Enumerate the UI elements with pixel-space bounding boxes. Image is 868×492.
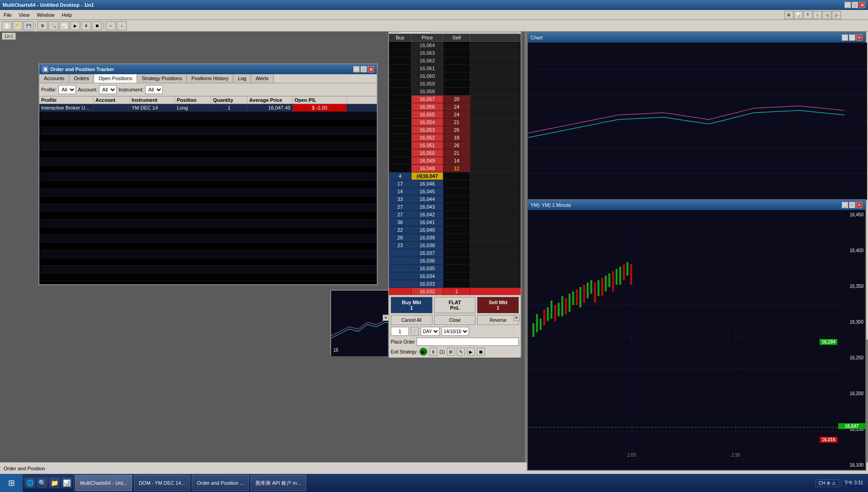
dom-row[interactable]: 16,035 bbox=[389, 265, 521, 272]
order-type-select[interactable]: DAY bbox=[421, 327, 440, 336]
exit-stop-btn[interactable]: ⏹ bbox=[477, 348, 485, 356]
toolbar-icon-2[interactable]: 📊 bbox=[794, 11, 803, 19]
tab-accounts[interactable]: Accounts bbox=[39, 74, 69, 83]
tb-btn-8[interactable]: ↕ bbox=[117, 21, 127, 30]
dom-row[interactable]: 16,034 bbox=[389, 272, 521, 280]
exit-play-btn[interactable]: ▶ bbox=[419, 348, 427, 356]
dom-row[interactable]: 16,064 bbox=[389, 42, 521, 49]
tab-strategy-positions[interactable]: Strategy Positions bbox=[137, 74, 187, 83]
tb-btn-5[interactable]: ⏸ bbox=[81, 21, 91, 30]
buy-mkt-btn[interactable]: Buy Mkt 1 bbox=[391, 297, 432, 313]
dom-row[interactable]: 16,061 bbox=[389, 65, 521, 72]
open-btn[interactable]: 📂 bbox=[13, 21, 23, 30]
toolbar-icon-6[interactable]: ▷ bbox=[832, 11, 841, 19]
cancel-all-btn[interactable]: Cancel All bbox=[391, 315, 432, 325]
dom-row[interactable]: 2716,042 bbox=[389, 211, 521, 219]
dom-row[interactable]: 16,05126 bbox=[389, 142, 521, 149]
reverse-btn[interactable]: Reverse bbox=[477, 315, 519, 325]
tb-btn-2[interactable]: 🔍 bbox=[48, 21, 58, 30]
tb-btn-7[interactable]: ↔ bbox=[106, 21, 116, 30]
tray-icon-1[interactable]: CH ⚙ ⚠ bbox=[816, 479, 839, 487]
dom-row[interactable]: 16,058 bbox=[389, 88, 521, 96]
tb-btn-1[interactable]: ⚙ bbox=[38, 21, 47, 30]
uc-close[interactable]: ✕ bbox=[856, 34, 863, 41]
dom-row[interactable]: 16,036 bbox=[389, 257, 521, 265]
dom-row[interactable]: 16,05326 bbox=[389, 126, 521, 134]
tb-btn-4[interactable]: ▶ bbox=[70, 21, 80, 30]
menu-view[interactable]: View bbox=[15, 10, 33, 19]
chart-close[interactable]: ✕ bbox=[856, 202, 863, 208]
close-btn[interactable]: ✕ bbox=[859, 2, 865, 8]
dom-row[interactable]: 3616,041 bbox=[389, 219, 521, 226]
toolbar-icon-3[interactable]: T bbox=[803, 11, 812, 19]
tab-alerts[interactable]: Alerts bbox=[251, 74, 273, 83]
uc-maximize[interactable]: □ bbox=[849, 34, 855, 41]
dom-row[interactable]: 16,05524 bbox=[389, 111, 521, 119]
dom-row[interactable]: 2816,039 bbox=[389, 234, 521, 242]
ql-icon-4[interactable]: 📊 bbox=[61, 478, 72, 488]
tab-positions-history[interactable]: Positions History bbox=[187, 74, 233, 83]
maximize-btn[interactable]: □ bbox=[852, 2, 858, 8]
dom-close-btn[interactable]: Close bbox=[434, 315, 476, 325]
start-button[interactable]: ⊞ bbox=[0, 474, 23, 492]
profile-select[interactable]: All bbox=[58, 85, 76, 94]
table-row[interactable]: Interactive Broker U... YM DEC 14 Long 1… bbox=[39, 104, 377, 112]
chart-minimize[interactable]: _ bbox=[842, 202, 848, 208]
minimize-btn[interactable]: _ bbox=[844, 2, 851, 8]
dom-row[interactable]: 16,04812 bbox=[389, 165, 521, 172]
taskbar-item-api[interactable]: 图库测 API 账户 m... bbox=[251, 475, 306, 491]
menu-help[interactable]: Help bbox=[58, 10, 76, 19]
oap-close[interactable]: ✕ bbox=[368, 66, 374, 72]
menu-file[interactable]: File bbox=[0, 10, 15, 19]
account-select[interactable]: All bbox=[99, 85, 117, 94]
dom-row-red[interactable]: 16,032 1 bbox=[389, 288, 521, 295]
uc-minimize[interactable]: _ bbox=[842, 34, 848, 41]
dom-row[interactable]: 16,04914 bbox=[389, 157, 521, 165]
tb-btn-6[interactable]: ⏹ bbox=[92, 21, 102, 30]
dom-row[interactable]: 2216,040 bbox=[389, 226, 521, 234]
dom-row[interactable]: 16,060 bbox=[389, 72, 521, 80]
toolbar-icon-5[interactable]: ◁ bbox=[822, 11, 831, 19]
toolbar-icon-1[interactable]: ⊞ bbox=[784, 11, 793, 19]
dom-row[interactable]: 16,037 bbox=[389, 249, 521, 257]
menu-window[interactable]: Window bbox=[33, 10, 58, 19]
exit-play2-btn[interactable]: ▶ bbox=[467, 348, 475, 356]
tb-btn-3[interactable]: 📈 bbox=[59, 21, 69, 30]
taskbar-item-oap[interactable]: Order and Position ... bbox=[192, 475, 249, 491]
dom-row[interactable]: 1716,046 bbox=[389, 180, 521, 188]
dom-row[interactable]: 16,05624 bbox=[389, 103, 521, 111]
dom-row[interactable]: 16,05421 bbox=[389, 119, 521, 126]
oap-minimize[interactable]: _ bbox=[353, 66, 360, 72]
sell-mkt-btn[interactable]: Sell Mkt 1 bbox=[477, 297, 519, 313]
taskbar-item-multichart[interactable]: MultiCharts64 - Unt... bbox=[75, 475, 132, 491]
place-order-input[interactable] bbox=[417, 338, 519, 346]
dom-left-close[interactable]: ✕ bbox=[383, 315, 389, 321]
tab-log[interactable]: Log bbox=[233, 74, 251, 83]
tab-open-positions[interactable]: Open Positions bbox=[94, 74, 138, 83]
save-btn[interactable]: 💾 bbox=[24, 21, 33, 30]
exit-settings-btn[interactable]: ⚙ bbox=[447, 348, 455, 356]
dom-row[interactable]: 16,05720 bbox=[389, 96, 521, 103]
new-btn[interactable]: 📄 bbox=[2, 21, 12, 30]
taskbar-item-dom[interactable]: DOM - YM DEC 14... bbox=[134, 475, 190, 491]
dom-row[interactable]: 16,033 bbox=[389, 280, 521, 288]
exit-pause-btn[interactable]: ⏸ bbox=[429, 348, 437, 356]
flat-pnl-btn[interactable]: FLAT PnL bbox=[434, 297, 476, 313]
dom-row[interactable]: 2716,043 bbox=[389, 203, 521, 211]
ql-icon-1[interactable]: 🌐 bbox=[24, 478, 35, 488]
toolbar-icon-4[interactable]: ↕ bbox=[813, 11, 822, 19]
chart-maximize[interactable]: □ bbox=[849, 202, 855, 208]
dom-row[interactable]: 16,05021 bbox=[389, 149, 521, 157]
exit-edit-btn[interactable]: ✎ bbox=[457, 348, 465, 356]
ql-icon-2[interactable]: 🔍 bbox=[37, 478, 47, 488]
dom-row[interactable]: 2316,038 bbox=[389, 242, 521, 249]
ql-icon-3[interactable]: 📁 bbox=[49, 478, 60, 488]
dom-row[interactable]: 16,062 bbox=[389, 57, 521, 65]
instrument-select[interactable]: All bbox=[145, 85, 163, 94]
dom-row[interactable]: 16,05218 bbox=[389, 134, 521, 142]
date-select[interactable]: 14/10/16 bbox=[441, 327, 469, 336]
dom-row[interactable]: 16,059 bbox=[389, 80, 521, 88]
qty-spin[interactable]: ⋮ bbox=[411, 327, 419, 336]
dom-row[interactable]: 3316,044 bbox=[389, 196, 521, 203]
oap-maximize[interactable]: □ bbox=[360, 66, 367, 72]
